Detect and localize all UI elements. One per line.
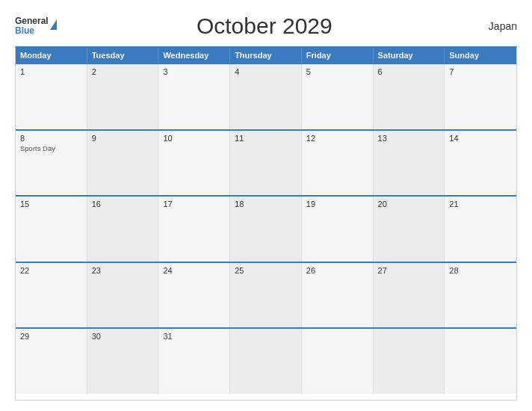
header-sunday: Sunday xyxy=(445,48,516,63)
cell-2: 2 xyxy=(87,64,159,129)
cell-4: 4 xyxy=(230,64,302,129)
header: General Blue October 2029 Japan xyxy=(15,13,517,39)
cell-13: 13 xyxy=(374,131,445,196)
cell-19: 19 xyxy=(302,197,374,262)
cell-26: 26 xyxy=(302,263,374,328)
header-monday: Monday xyxy=(16,48,87,63)
cell-28: 28 xyxy=(445,263,516,328)
cell-31: 31 xyxy=(158,329,230,394)
cell-3: 3 xyxy=(158,64,230,129)
cell-9: 9 xyxy=(87,131,159,196)
country-label: Japan xyxy=(472,20,517,32)
header-friday: Friday xyxy=(302,48,374,63)
cell-1: 1 xyxy=(16,64,87,129)
logo: General Blue xyxy=(15,16,57,36)
header-tuesday: Tuesday xyxy=(87,48,159,63)
cell-17: 17 xyxy=(158,197,230,262)
cell-11: 11 xyxy=(230,131,302,196)
page: General Blue October 2029 Japan Monday T… xyxy=(0,0,532,411)
cell-7: 7 xyxy=(445,64,516,129)
cell-empty-2 xyxy=(302,329,374,394)
cell-22: 22 xyxy=(16,263,87,328)
cell-15: 15 xyxy=(16,197,87,262)
calendar-body: 1 2 3 4 5 6 7 8 Sports Day 9 10 11 12 13… xyxy=(16,63,516,394)
cell-12: 12 xyxy=(302,131,374,196)
cell-23: 23 xyxy=(87,263,159,328)
cell-empty-1 xyxy=(230,329,302,394)
cell-24: 24 xyxy=(158,263,230,328)
calendar-title: October 2029 xyxy=(57,13,472,39)
cell-8: 8 Sports Day xyxy=(16,131,87,196)
week-2: 8 Sports Day 9 10 11 12 13 14 xyxy=(16,129,516,196)
week-3: 15 16 17 18 19 20 21 xyxy=(16,195,516,262)
cell-16: 16 xyxy=(87,197,159,262)
cell-5: 5 xyxy=(302,64,374,129)
week-1: 1 2 3 4 5 6 7 xyxy=(16,63,516,129)
logo-blue-text: Blue xyxy=(15,26,49,36)
cell-6: 6 xyxy=(374,64,445,129)
cell-25: 25 xyxy=(230,263,302,328)
cell-18: 18 xyxy=(230,197,302,262)
header-thursday: Thursday xyxy=(230,48,302,63)
week-4: 22 23 24 25 26 27 28 xyxy=(16,262,516,328)
logo-triangle-icon xyxy=(50,19,57,30)
cell-21: 21 xyxy=(445,197,516,262)
cell-27: 27 xyxy=(374,263,445,328)
calendar-header: Monday Tuesday Wednesday Thursday Friday… xyxy=(16,48,516,63)
cell-29: 29 xyxy=(16,329,87,394)
sports-day-label: Sports Day xyxy=(20,144,82,152)
week-5: 29 30 31 xyxy=(16,327,516,394)
cell-14: 14 xyxy=(445,131,516,196)
header-wednesday: Wednesday xyxy=(158,48,230,63)
cell-10: 10 xyxy=(158,131,230,196)
calendar: Monday Tuesday Wednesday Thursday Friday… xyxy=(15,46,517,401)
cell-empty-3 xyxy=(374,329,445,394)
cell-empty-4 xyxy=(445,329,516,394)
cell-20: 20 xyxy=(374,197,445,262)
header-saturday: Saturday xyxy=(374,48,445,63)
cell-30: 30 xyxy=(87,329,159,394)
